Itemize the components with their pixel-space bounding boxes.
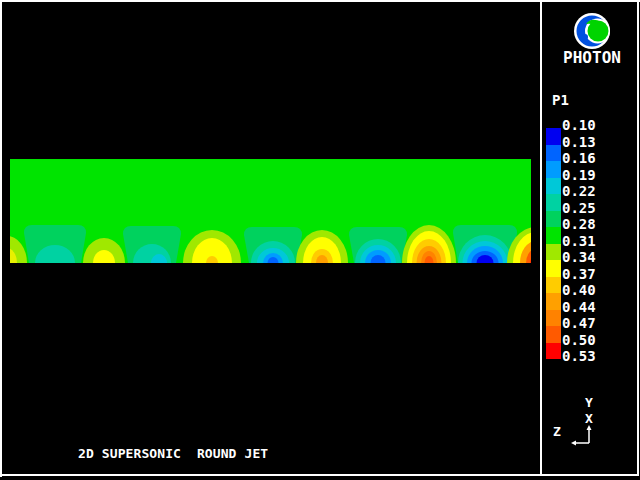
legend-value: 0.31	[562, 233, 596, 250]
legend-value: 0.53	[562, 348, 596, 365]
window-border-left	[0, 0, 2, 477]
app-name-label: PHOTON	[558, 48, 626, 67]
legend-value: 0.34	[562, 249, 596, 266]
legend-variable-label: P1	[552, 92, 569, 108]
legend-swatch	[546, 161, 561, 178]
legend-swatch	[546, 326, 561, 343]
legend-value: 0.37	[562, 266, 596, 283]
legend-value: 0.28	[562, 216, 596, 233]
legend-value: 0.19	[562, 167, 596, 184]
legend-value: 0.22	[562, 183, 596, 200]
legend-swatch	[546, 277, 561, 294]
legend-swatch	[546, 310, 561, 327]
legend-swatch	[546, 244, 561, 261]
legend-value: 0.10	[562, 117, 596, 134]
plot-title: 2D SUPERSONIC ROUND JET	[78, 446, 268, 461]
legend-value: 0.47	[562, 315, 596, 332]
legend-swatch	[546, 211, 561, 228]
legend-swatch	[546, 194, 561, 211]
window-border-right	[637, 0, 639, 476]
axis-triad: Y X Z	[548, 388, 608, 452]
legend-swatch	[546, 145, 561, 162]
legend-value: 0.25	[562, 200, 596, 217]
legend-swatch	[546, 227, 561, 244]
axis-label-z: Z	[553, 424, 561, 439]
legend-swatch	[546, 178, 561, 195]
contour-plot	[10, 159, 531, 263]
legend-value: 0.50	[562, 332, 596, 349]
axis-label-y: Y	[585, 395, 593, 410]
legend-swatch	[546, 260, 561, 277]
axis-arrows	[574, 428, 589, 443]
legend-values: 0.100.130.160.190.220.250.280.310.340.37…	[562, 117, 596, 365]
window-border-top	[0, 0, 640, 2]
legend-value: 0.13	[562, 134, 596, 151]
window-border-bottom	[0, 474, 639, 476]
legend-value: 0.16	[562, 150, 596, 167]
legend-swatches	[546, 128, 561, 359]
legend-swatch	[546, 343, 561, 360]
legend-panel-divider	[540, 2, 542, 475]
legend-value: 0.40	[562, 282, 596, 299]
legend-swatch	[546, 293, 561, 310]
legend-value: 0.44	[562, 299, 596, 316]
photon-viewer-window: 2D SUPERSONIC ROUND JET PHOTON P1 0.100.…	[0, 0, 640, 480]
legend-swatch	[546, 128, 561, 145]
axis-label-x: X	[585, 411, 593, 426]
